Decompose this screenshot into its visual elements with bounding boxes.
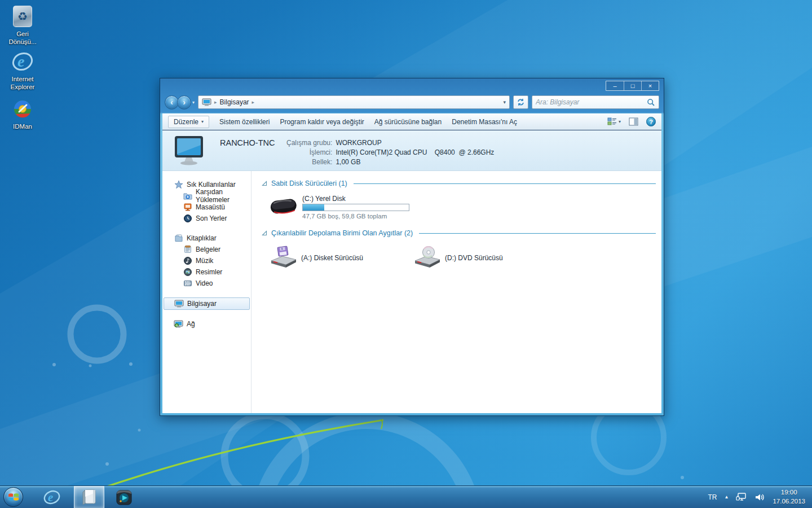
command-toolbar: Düzenle ▾ Sistem özellikleri Program kal… bbox=[162, 113, 661, 130]
desktop-icon-recycle-bin[interactable]: ♻ Geri Dönüşü... bbox=[3, 5, 42, 46]
preview-pane-button[interactable] bbox=[629, 117, 638, 126]
taskbar-media-player-button[interactable] bbox=[109, 486, 139, 508]
sidebar-item-downloads[interactable]: Karşıdan Yüklemeler bbox=[162, 190, 251, 202]
sidebar-item-label: Masaüstü bbox=[196, 203, 225, 211]
sidebar-item-music[interactable]: Müzik bbox=[162, 255, 251, 266]
help-button[interactable]: ? bbox=[646, 117, 656, 126]
sidebar-item-label: Bilgisayar bbox=[187, 300, 217, 308]
group-header-removable-devices[interactable]: Çıkarılabilir Depolama Birimi Olan Aygıt… bbox=[262, 227, 656, 239]
language-indicator[interactable]: TR bbox=[708, 493, 717, 501]
internet-explorer-icon: e bbox=[43, 488, 61, 506]
music-icon bbox=[183, 256, 192, 266]
desktop-icon-internet-explorer[interactable]: e Internet Explorer bbox=[3, 50, 42, 91]
recent-pages-dropdown[interactable]: ▾ bbox=[192, 100, 195, 105]
media-player-icon bbox=[115, 488, 133, 506]
group-title: Çıkarılabilir Depolama Birimi Olan Aygıt… bbox=[271, 229, 413, 237]
items-pane: Sabit Disk Sürücüleri (1) bbox=[251, 171, 661, 413]
group-header-hard-disks[interactable]: Sabit Disk Sürücüleri (1) bbox=[262, 178, 656, 189]
breadcrumb-item-computer[interactable]: Bilgisayar bbox=[220, 98, 249, 106]
toolbar-open-control-panel-button[interactable]: Denetim Masası'nı Aç bbox=[452, 118, 517, 126]
svg-text:e: e bbox=[17, 52, 24, 70]
favorites-star-icon bbox=[174, 180, 183, 190]
sidebar-item-pictures[interactable]: Resimler bbox=[162, 266, 251, 278]
chevron-down-icon: ▾ bbox=[201, 119, 204, 124]
sidebar-item-video[interactable]: Video bbox=[162, 278, 251, 289]
volume-tray-icon[interactable] bbox=[754, 492, 765, 502]
group-rule bbox=[354, 183, 656, 184]
hard-drive-icon bbox=[268, 195, 299, 217]
maximize-icon: □ bbox=[631, 83, 635, 89]
desktop-icon-label: Geri Dönüşü... bbox=[3, 30, 42, 46]
group-expander-icon[interactable] bbox=[262, 181, 267, 186]
drive-item-c[interactable]: (C:) Yerel Disk 47,7 GB boş, 59,8 GB top… bbox=[268, 195, 656, 220]
drive-item-a[interactable]: (A:) Disket Sürücüsü bbox=[268, 246, 412, 270]
system-details: Çalışma grubu: WORKGROUP İşlemci: Intel(… bbox=[286, 135, 494, 166]
drive-name: (A:) Disket Sürücüsü bbox=[301, 254, 363, 262]
downloads-folder-icon bbox=[183, 191, 192, 201]
help-icon: ? bbox=[649, 119, 653, 125]
idman-icon bbox=[11, 98, 34, 120]
search-input[interactable] bbox=[536, 98, 647, 106]
network-tray-icon[interactable] bbox=[736, 492, 747, 502]
toolbar-map-network-drive-button[interactable]: Ağ sürücüsüne bağlan bbox=[374, 118, 442, 126]
group-rule bbox=[419, 233, 656, 234]
sidebar-item-label: Son Yerler bbox=[196, 214, 227, 222]
taskbar-explorer-button[interactable] bbox=[74, 486, 104, 508]
taskbar-internet-explorer-button[interactable]: e bbox=[37, 486, 67, 508]
forward-icon: › bbox=[183, 98, 186, 107]
sidebar-item-recent-places[interactable]: Son Yerler bbox=[162, 213, 251, 224]
breadcrumb-arrow-icon[interactable]: ▸ bbox=[252, 99, 255, 105]
refresh-icon bbox=[517, 98, 525, 106]
toolbar-organize-button[interactable]: Düzenle ▾ bbox=[168, 116, 209, 128]
svg-text:e: e bbox=[48, 491, 53, 504]
sidebar-item-label: Belgeler bbox=[196, 246, 220, 253]
search-icon[interactable] bbox=[647, 98, 655, 107]
back-icon: ‹ bbox=[170, 98, 173, 107]
preview-pane-icon bbox=[629, 117, 638, 126]
documents-icon bbox=[183, 245, 192, 255]
sidebar-item-label: Sık Kullanılanlar bbox=[187, 181, 236, 189]
capacity-bar bbox=[302, 204, 409, 211]
breadcrumb[interactable]: ▸ Bilgisayar ▸ ▾ bbox=[198, 95, 510, 109]
window-controls: – □ × bbox=[606, 81, 659, 91]
sidebar-item-libraries[interactable]: Kitaplıklar bbox=[162, 233, 251, 244]
processor-label: İşlemci: bbox=[286, 148, 332, 156]
video-icon bbox=[183, 279, 192, 288]
address-bar-row: ‹ › ▾ ▸ Bilgisayar ▸ ▾ bbox=[160, 93, 664, 113]
close-button[interactable]: × bbox=[641, 81, 659, 90]
sidebar-item-label: Karşıdan Yüklemeler bbox=[196, 188, 251, 204]
sidebar-item-label: Resimler bbox=[196, 268, 222, 276]
window-client-area: Düzenle ▾ Sistem özellikleri Program kal… bbox=[162, 113, 661, 413]
change-view-button[interactable]: ▾ bbox=[607, 117, 621, 126]
clock[interactable]: 19:00 17.06.2013 bbox=[773, 488, 805, 506]
toolbar-uninstall-program-button[interactable]: Program kaldır veya değiştir bbox=[280, 118, 364, 126]
refresh-button[interactable] bbox=[513, 95, 528, 109]
start-button[interactable] bbox=[3, 487, 23, 507]
clock-date: 17.06.2013 bbox=[773, 497, 805, 506]
maximize-button[interactable]: □ bbox=[624, 81, 641, 90]
titlebar[interactable]: – □ × bbox=[160, 78, 664, 93]
minimize-button[interactable]: – bbox=[606, 81, 624, 90]
sidebar-item-network[interactable]: Ağ bbox=[162, 318, 251, 330]
forward-button[interactable]: › bbox=[177, 95, 191, 110]
sidebar-item-computer[interactable]: Bilgisayar bbox=[164, 297, 250, 310]
windows-logo-icon bbox=[8, 492, 19, 502]
memory-value: 1,00 GB bbox=[336, 158, 494, 166]
address-history-dropdown[interactable]: ▾ bbox=[503, 99, 506, 105]
computer-name: RANCHO-TNC bbox=[220, 135, 286, 147]
recycle-bin-icon: ♻ bbox=[13, 6, 32, 27]
group-title: Sabit Disk Sürücüleri (1) bbox=[271, 179, 347, 187]
search-box bbox=[532, 95, 659, 109]
toolbar-right-group: ▾ ? bbox=[607, 117, 656, 126]
show-hidden-icons-button[interactable]: ▲ bbox=[725, 494, 729, 500]
clock-time: 19:00 bbox=[781, 488, 797, 497]
navigation-pane: Sık Kullanılanlar Karşıdan Yüklemeler Ma… bbox=[162, 171, 251, 413]
desktop-icon-idman[interactable]: IDMan bbox=[3, 97, 42, 130]
sidebar-item-documents[interactable]: Belgeler bbox=[162, 244, 251, 255]
drive-item-d[interactable]: (D:) DVD Sürücüsü bbox=[412, 246, 556, 270]
group-expander-icon[interactable] bbox=[262, 230, 267, 236]
toolbar-system-properties-button[interactable]: Sistem özellikleri bbox=[219, 118, 270, 126]
breadcrumb-arrow-icon[interactable]: ▸ bbox=[214, 99, 217, 105]
system-info-header: RANCHO-TNC Çalışma grubu: WORKGROUP İşle… bbox=[162, 130, 661, 171]
pictures-icon bbox=[183, 268, 192, 277]
